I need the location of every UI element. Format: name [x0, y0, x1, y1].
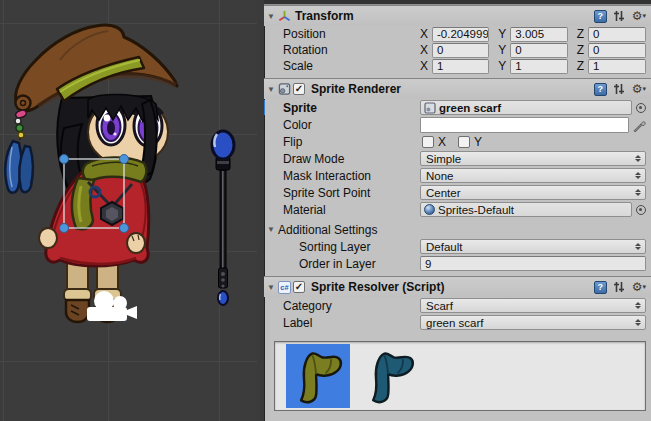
transform-title: Transform — [295, 9, 354, 23]
axis-y-label: Y — [498, 43, 506, 57]
rotation-row: Rotation X0 Y0 Z0 — [264, 42, 651, 58]
selection-handle[interactable] — [60, 155, 69, 164]
sprite-renderer-title: Sprite Renderer — [311, 82, 401, 96]
axis-x-label: X — [420, 43, 428, 57]
component-enabled-checkbox[interactable] — [293, 83, 305, 95]
sprite-sort-point-row: Sprite Sort Point Center — [264, 184, 651, 201]
position-x-field[interactable]: -0.204999 — [432, 27, 489, 42]
category-dropdown[interactable]: Scarf — [420, 298, 646, 313]
flip-y-label: Y — [474, 135, 482, 149]
material-label: Material — [264, 203, 420, 217]
order-in-layer-label: Order in Layer — [264, 257, 420, 271]
preset-icon[interactable] — [613, 10, 626, 23]
flip-x-label: X — [438, 135, 446, 149]
position-z-field[interactable]: 0 — [588, 27, 646, 42]
inspector-panel: ▼ Transform ? ⚙▾ Position — [257, 0, 651, 421]
gear-icon[interactable]: ⚙▾ — [632, 10, 646, 22]
sprite-renderer-icon — [278, 83, 291, 96]
eyedropper-icon[interactable] — [632, 118, 646, 132]
preset-icon[interactable] — [613, 83, 626, 96]
scale-z-field[interactable]: 1 — [588, 59, 646, 74]
scale-x-field[interactable]: 1 — [432, 59, 489, 74]
sprite-sort-point-dropdown[interactable]: Center — [420, 185, 646, 200]
foldout-triangle-icon[interactable]: ▼ — [264, 85, 278, 94]
gear-icon[interactable]: ⚙▾ — [632, 83, 646, 95]
rotation-z-field[interactable]: 0 — [588, 43, 646, 58]
sprite-resolver-header[interactable]: ▼ c# Sprite Resolver (Script) ? ⚙▾ — [264, 276, 651, 297]
dropdown-arrows-icon — [635, 189, 641, 196]
dropdown-arrows-icon — [635, 155, 641, 162]
order-in-layer-row: Order in Layer 9 — [264, 255, 651, 272]
prefab-override-bar — [262, 100, 265, 115]
dropdown-arrows-icon — [635, 243, 641, 250]
scale-label: Scale — [264, 59, 420, 73]
object-picker-icon[interactable] — [636, 103, 646, 113]
mask-interaction-dropdown[interactable]: None — [420, 168, 646, 183]
flip-x-checkbox[interactable] — [422, 136, 434, 148]
unity-editor-window: ▼ Transform ? ⚙▾ Position — [0, 0, 651, 421]
foldout-triangle-icon[interactable]: ▼ — [264, 225, 278, 234]
flip-y-checkbox[interactable] — [458, 136, 470, 148]
selection-handle[interactable] — [120, 224, 129, 233]
preset-icon[interactable] — [613, 281, 626, 294]
foldout-triangle-icon[interactable]: ▼ — [264, 283, 278, 292]
position-row: Position X-0.204999 Y3.005 Z0 — [264, 26, 651, 42]
axis-y-label: Y — [498, 27, 506, 41]
sprite-resolver-title: Sprite Resolver (Script) — [311, 280, 444, 294]
sorting-layer-row: Sorting Layer Default — [264, 238, 651, 255]
gear-icon[interactable]: ⚙▾ — [632, 281, 646, 293]
category-label: Category — [264, 299, 420, 313]
color-row: Color — [264, 116, 651, 133]
material-object-field[interactable]: Sprites-Default — [420, 202, 632, 217]
draw-mode-label: Draw Mode — [264, 152, 420, 166]
axis-x-label: X — [420, 59, 428, 73]
scene-canvas[interactable] — [0, 0, 257, 421]
order-in-layer-field[interactable]: 9 — [420, 256, 646, 271]
sprite-asset-icon — [424, 102, 436, 114]
sprite-variant-grid — [274, 341, 646, 411]
rotation-x-field[interactable]: 0 — [432, 43, 489, 58]
thumbnail-blue-scarf[interactable] — [358, 344, 422, 408]
sprite-renderer-header[interactable]: ▼ Sprite Renderer ? ⚙▾ — [264, 78, 651, 99]
scale-y-field[interactable]: 1 — [510, 59, 567, 74]
label-label: Label — [264, 316, 420, 330]
dropdown-arrows-icon — [635, 302, 641, 309]
help-icon[interactable]: ? — [594, 10, 607, 23]
flip-row: Flip X Y — [264, 133, 651, 150]
color-label: Color — [264, 118, 420, 132]
foldout-triangle-icon[interactable]: ▼ — [264, 12, 278, 21]
dropdown-arrows-icon — [635, 319, 641, 326]
thumbnail-green-scarf[interactable] — [286, 344, 350, 408]
category-row: Category Scarf — [264, 297, 651, 314]
rotation-label: Rotation — [264, 43, 420, 57]
position-label: Position — [264, 27, 420, 41]
selection-handle[interactable] — [60, 224, 69, 233]
object-picker-icon[interactable] — [636, 205, 646, 215]
sorting-layer-label: Sorting Layer — [264, 240, 420, 254]
scene-view[interactable] — [0, 0, 257, 421]
selection-handle[interactable] — [120, 155, 129, 164]
additional-settings-row: ▼ Additional Settings — [264, 221, 651, 238]
mask-interaction-label: Mask Interaction — [264, 169, 420, 183]
axis-x-label: X — [420, 27, 428, 41]
color-swatch-field[interactable] — [420, 117, 629, 133]
transform-header[interactable]: ▼ Transform ? ⚙▾ — [264, 5, 651, 26]
sorting-layer-dropdown[interactable]: Default — [420, 239, 646, 254]
sprite-row: Sprite green scarf — [264, 99, 651, 116]
component-enabled-checkbox[interactable] — [293, 281, 305, 293]
csharp-script-icon: c# — [278, 281, 291, 294]
draw-mode-dropdown[interactable]: Simple — [420, 151, 646, 166]
rotation-y-field[interactable]: 0 — [510, 43, 567, 58]
help-icon[interactable]: ? — [594, 281, 607, 294]
sprite-label: Sprite — [264, 101, 420, 115]
axis-z-label: Z — [577, 27, 584, 41]
flip-label: Flip — [264, 135, 420, 149]
transform-tool-icon — [278, 10, 291, 23]
label-dropdown[interactable]: green scarf — [420, 315, 646, 330]
dropdown-arrows-icon — [635, 172, 641, 179]
sprite-object-field[interactable]: green scarf — [420, 100, 632, 115]
position-y-field[interactable]: 3.005 — [510, 27, 567, 42]
axis-z-label: Z — [577, 43, 584, 57]
help-icon[interactable]: ? — [594, 83, 607, 96]
scale-row: Scale X1 Y1 Z1 — [264, 58, 651, 74]
